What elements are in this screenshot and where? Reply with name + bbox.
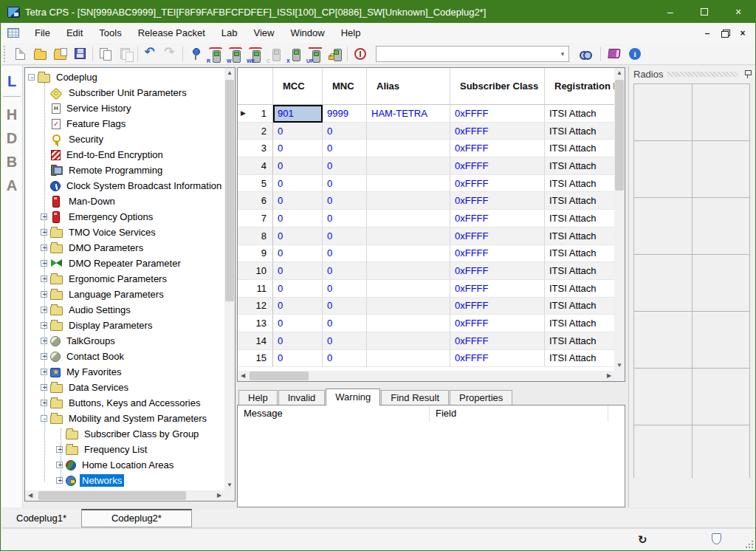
toolbar-button[interactable]: X xyxy=(285,44,305,64)
row-header[interactable]: 15 xyxy=(238,350,273,368)
cell-mnc[interactable]: 0 xyxy=(323,192,367,210)
scrollbar-thumb[interactable] xyxy=(38,491,186,500)
tree-item-label[interactable]: Codeplug xyxy=(54,71,100,83)
cell-mcc[interactable]: 0 xyxy=(273,210,323,227)
tree-item-label[interactable]: DMO Parameters xyxy=(66,242,145,254)
tree-item[interactable]: DMO Repeater Parameter xyxy=(25,256,224,271)
tree-item[interactable]: Codeplug xyxy=(25,69,224,85)
cell-mcc[interactable]: 0 xyxy=(273,262,323,280)
table-row[interactable]: 2 0 0 0xFFFF ITSI Attach xyxy=(238,123,614,140)
tree-item[interactable]: Networks xyxy=(25,473,224,488)
table-row[interactable]: 9 0 0 0xFFFF ITSI Attach xyxy=(238,245,614,263)
row-header[interactable]: 14 xyxy=(238,332,273,350)
table-row[interactable]: ▶1 901 9999 HAM-TETRA 0xFFFF ITSI Attach xyxy=(238,105,614,123)
cell-subscriber-class[interactable]: 0xFFFF xyxy=(450,157,545,175)
document-tab[interactable]: Codeplug1* xyxy=(1,510,81,526)
message-panel-tab[interactable]: Invalid xyxy=(278,390,326,405)
table-row[interactable]: 11 0 0 0xFFFF ITSI Attach xyxy=(238,280,614,298)
tree-item-label[interactable]: Remote Programming xyxy=(66,164,165,177)
document-tab[interactable]: Codeplug2* xyxy=(81,509,192,527)
row-header[interactable]: ▶1 xyxy=(238,105,273,123)
tree-item[interactable]: Subscriber Class by Group xyxy=(25,426,224,442)
tree-item[interactable]: Buttons, Keys and Accessories xyxy=(25,395,224,411)
tree-item[interactable]: Subscriber Unit Parameters xyxy=(25,85,224,100)
cell-mnc[interactable]: 0 xyxy=(323,350,367,368)
menu-item[interactable]: Help xyxy=(333,23,369,43)
tree-item[interactable]: My Favorites xyxy=(25,364,224,380)
cell-alias[interactable] xyxy=(367,280,450,298)
tree-expander-icon[interactable] xyxy=(41,307,47,313)
cell-mcc[interactable]: 0 xyxy=(273,315,323,332)
menu-item[interactable]: Release Packet xyxy=(130,23,213,43)
row-header[interactable]: 8 xyxy=(238,227,273,245)
tree-item-label[interactable]: Data Services xyxy=(66,381,131,394)
cell-alias[interactable]: HAM-TETRA xyxy=(367,105,450,123)
tree-expander-icon[interactable] xyxy=(41,229,47,236)
toolbar-button[interactable] xyxy=(50,44,70,64)
cell-mnc[interactable]: 0 xyxy=(323,175,367,193)
maximize-button[interactable] xyxy=(687,1,721,23)
toolbar-button[interactable]: W xyxy=(225,44,245,64)
tree-item[interactable]: TalkGroups xyxy=(25,333,224,349)
tree-item[interactable]: Remote Programming xyxy=(25,162,224,178)
cell-alias[interactable] xyxy=(367,298,450,315)
cell-registration[interactable]: ITSI Attach xyxy=(545,140,614,157)
cell-registration[interactable]: ITSI Attach xyxy=(545,175,614,193)
toolbar-button[interactable] xyxy=(345,44,350,64)
side-letter-button[interactable]: A xyxy=(3,174,21,197)
tree-item[interactable]: Data Services xyxy=(25,380,224,395)
toolbar-button[interactable] xyxy=(30,44,50,64)
tree-expander-icon[interactable] xyxy=(28,74,35,81)
menu-item[interactable]: Edit xyxy=(58,23,91,43)
cell-mcc[interactable]: 0 xyxy=(273,245,323,263)
tree-expander-icon[interactable] xyxy=(41,415,47,422)
table-corner-cell[interactable] xyxy=(238,68,273,104)
cell-alias[interactable] xyxy=(367,140,450,157)
tree-item-label[interactable]: Audio Settings xyxy=(66,304,133,316)
scroll-up-icon[interactable]: ▲ xyxy=(614,68,625,78)
tree-item-label[interactable]: My Favorites xyxy=(64,366,123,378)
mdi-minimize-button[interactable]: – xyxy=(698,26,716,41)
tree-item-label[interactable]: Display Parameters xyxy=(66,319,154,332)
toolbar-button[interactable] xyxy=(325,44,345,64)
cell-registration[interactable]: ITSI Attach xyxy=(545,105,614,123)
side-letter-button[interactable]: L xyxy=(3,70,21,97)
tree-item[interactable]: Mobility and System Parameters xyxy=(25,411,224,426)
toolbar-button[interactable]: WE xyxy=(245,44,265,64)
tree-item[interactable]: Clock System Broadcast Information xyxy=(25,178,224,194)
cell-mnc[interactable]: 0 xyxy=(323,140,367,157)
row-header[interactable]: 6 xyxy=(238,192,273,210)
tree-item-label[interactable]: Emergency Options xyxy=(66,211,155,223)
table-row[interactable]: 6 0 0 0xFFFF ITSI Attach xyxy=(238,192,614,210)
cell-mcc[interactable]: 0 xyxy=(273,280,323,298)
tree-item-label[interactable]: TalkGroups xyxy=(64,335,117,347)
cell-mnc[interactable]: 0 xyxy=(323,123,367,140)
column-header[interactable]: Subscriber Class xyxy=(450,68,545,104)
message-panel-tab[interactable]: Help xyxy=(238,390,278,405)
cell-mnc[interactable]: 0 xyxy=(323,227,367,245)
tree-item-label[interactable]: Subscriber Unit Parameters xyxy=(66,86,189,99)
cell-registration[interactable]: ITSI Attach xyxy=(545,227,614,245)
cell-subscriber-class[interactable]: 0xFFFF xyxy=(450,175,545,193)
cell-registration[interactable]: ITSI Attach xyxy=(545,350,614,368)
tree-item-label[interactable]: Language Parameters xyxy=(66,288,166,301)
cell-subscriber-class[interactable]: 0xFFFF xyxy=(450,105,545,123)
side-letter-button[interactable]: B xyxy=(3,150,21,174)
cell-registration[interactable]: ITSI Attach xyxy=(545,298,614,315)
cell-mcc[interactable]: 0 xyxy=(273,140,323,157)
cell-alias[interactable] xyxy=(367,262,450,280)
resize-grip[interactable] xyxy=(746,541,753,548)
toolbar-button[interactable] xyxy=(160,44,180,64)
toolbar-button[interactable]: C xyxy=(265,44,285,64)
toolbar-button[interactable] xyxy=(180,44,185,64)
menu-item[interactable]: Lab xyxy=(213,23,246,43)
row-header[interactable]: 7 xyxy=(238,210,273,227)
tree-expander-icon[interactable] xyxy=(41,276,47,282)
cell-mcc[interactable]: 0 xyxy=(273,192,323,210)
table-row[interactable]: 15 0 0 0xFFFF ITSI Attach xyxy=(238,350,614,368)
cell-subscriber-class[interactable]: 0xFFFF xyxy=(450,315,545,332)
tree-expander-icon[interactable] xyxy=(56,446,63,453)
mdi-restore-button[interactable] xyxy=(716,26,734,41)
cell-mcc[interactable]: 901 xyxy=(273,105,323,123)
tree-expander-icon[interactable] xyxy=(41,322,47,329)
